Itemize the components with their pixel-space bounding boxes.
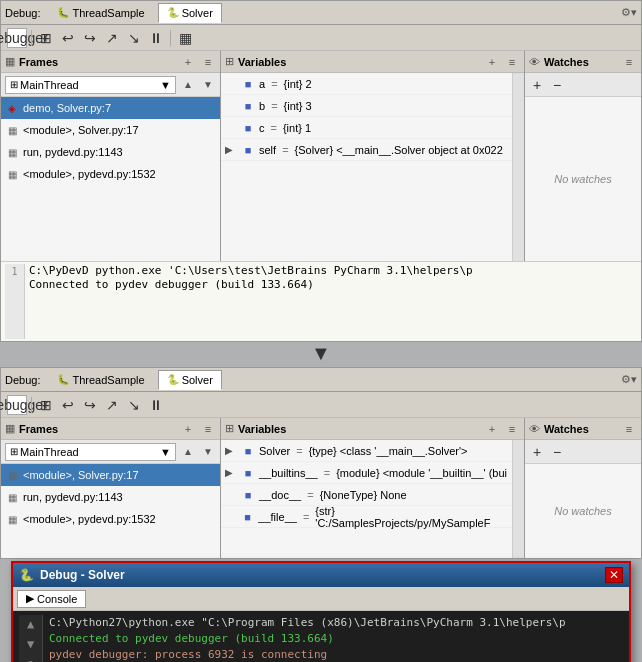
frames-settings-btn[interactable]: ≡ — [200, 54, 216, 70]
frame-item-bottom-2[interactable]: ▦ <module>, pydevd.py:1532 — [1, 508, 220, 530]
frame-up-btn-bottom[interactable]: ▲ — [180, 444, 196, 460]
console-area-top: 1 C:\PyDevD python.exe 'C:\Users\test\Je… — [1, 261, 641, 341]
frames-expand-btn-bottom[interactable]: + — [180, 421, 196, 437]
toolbar-step-out-bottom[interactable]: ↗ — [102, 395, 122, 415]
dialog-close-btn[interactable]: ✕ — [605, 567, 623, 583]
panels-row-bottom: ▦ Frames + ≡ ⊞ MainThread ▼ ▲ ▼ ▦ <modul… — [1, 418, 641, 558]
frame-down-btn-bottom[interactable]: ▼ — [200, 444, 216, 460]
dialog-title-icon: 🐍 — [19, 568, 34, 582]
toolbar-sep-2 — [170, 30, 171, 46]
tab-solver-label-bottom: Solver — [182, 374, 213, 386]
var-item-c[interactable]: ■ c = {int} 1 — [221, 117, 512, 139]
frame-demo-icon: ◈ — [5, 101, 19, 115]
tab-solver-top[interactable]: 🐍 Solver — [158, 3, 222, 23]
toolbar-frames-btn-bottom[interactable]: ⊞ — [36, 395, 56, 415]
vars-header-top: ⊞ Variables + ≡ — [221, 51, 524, 73]
vars-settings-btn[interactable]: ≡ — [504, 54, 520, 70]
frames-header-top: ▦ Frames + ≡ — [1, 51, 220, 73]
vars-scrollbar-bottom[interactable] — [512, 440, 524, 558]
tab-threadsample-bottom[interactable]: 🐛 ThreadSample — [48, 370, 153, 390]
settings-btn-bottom[interactable]: ⚙▾ — [621, 372, 637, 388]
var-item-builtins[interactable]: ▶ ■ __builtins__ = {module} <module '__b… — [221, 462, 512, 484]
var-name-a: a — [259, 78, 265, 90]
vars-scrollbar-top[interactable] — [512, 73, 524, 261]
thread-dropdown-top[interactable]: ⊞ MainThread ▼ — [5, 76, 176, 94]
watches-settings-btn[interactable]: ≡ — [621, 54, 637, 70]
gutter-icon-down[interactable]: ▼ — [27, 637, 34, 651]
frame-up-btn[interactable]: ▲ — [180, 77, 196, 93]
vars-list-top: ■ a = {int} 2 ■ b = {int} 3 ■ — [221, 73, 512, 261]
frame-item-3[interactable]: ▦ <module>, pydevd.py:1532 — [1, 163, 220, 185]
vars-expand-btn-bottom[interactable]: + — [484, 421, 500, 437]
frames-list-bottom: ▦ <module>, Solver.py:17 ▦ run, pydevd.p… — [1, 464, 220, 558]
var-item-file[interactable]: ■ __file__ = {str} 'C:/SamplesProjects/p… — [221, 506, 512, 528]
var-item-self[interactable]: ▶ ■ self = {Solver} <__main__.Solver obj… — [221, 139, 512, 161]
var-icon-file: ■ — [241, 511, 255, 523]
watches-header-bottom: 👁 Watches ≡ — [525, 418, 641, 440]
var-item-doc[interactable]: ■ __doc__ = {NoneType} None — [221, 484, 512, 506]
toolbar-frames-btn[interactable]: ⊞ — [36, 28, 56, 48]
debug-label-bottom: Debug: — [5, 374, 40, 386]
tab-solver-bottom[interactable]: 🐍 Solver — [158, 370, 222, 390]
toolbar-step-over-bottom[interactable]: ↩ — [58, 395, 78, 415]
toolbar-pause-bottom[interactable]: ⏸ — [146, 395, 166, 415]
frames-expand-btn[interactable]: + — [180, 54, 196, 70]
thread-name-bottom: MainThread — [20, 446, 79, 458]
frames-title-bottom: Frames — [19, 423, 176, 435]
var-val-Solver: {type} <class '__main__.Solver'> — [309, 445, 468, 457]
frame-item-bottom-1[interactable]: ▦ run, pydevd.py:1143 — [1, 486, 220, 508]
var-name-builtins: __builtins__ — [259, 467, 318, 479]
toolbar-run-cursor-bottom[interactable]: ↘ — [124, 395, 144, 415]
panels-row-top: ▦ Frames + ≡ ⊞ MainThread ▼ ▲ ▼ ◈ demo, … — [1, 51, 641, 261]
watches-remove-btn-top[interactable]: − — [549, 77, 565, 93]
toolbar-run-cursor[interactable]: ↘ — [124, 28, 144, 48]
vars-settings-btn-bottom[interactable]: ≡ — [504, 421, 520, 437]
vars-expand-btn[interactable]: + — [484, 54, 500, 70]
toolbar-console-btn[interactable]: ▦ — [175, 28, 195, 48]
gutter-icon-up[interactable]: ▲ — [27, 617, 34, 631]
top-ide-panel: Debug: 🐛 ThreadSample 🐍 Solver ⚙▾ Debugg… — [0, 0, 642, 342]
frame-item-bottom-0[interactable]: ▦ <module>, Solver.py:17 — [1, 464, 220, 486]
watches-panel-bottom: 👁 Watches ≡ + − No watches — [525, 418, 641, 558]
watches-add-btn-bottom[interactable]: + — [529, 444, 545, 460]
var-eq-self: = — [282, 144, 288, 156]
toolbar-step-into-bottom[interactable]: ↪ — [80, 395, 100, 415]
var-icon-doc: ■ — [241, 489, 255, 501]
var-item-a[interactable]: ■ a = {int} 2 — [221, 73, 512, 95]
var-expand-self[interactable]: ▶ — [225, 144, 237, 155]
watches-header-top: 👁 Watches ≡ — [525, 51, 641, 73]
frame-label-1: <module>, Solver.py:17 — [23, 124, 139, 136]
var-eq-doc: = — [307, 489, 313, 501]
variables-panel-bottom: ⊞ Variables + ≡ ▶ ■ Solver = {type} <cla… — [221, 418, 525, 558]
toolbar-step-over[interactable]: ↩ — [58, 28, 78, 48]
debug-toolbar-bottom: Debug: 🐛 ThreadSample 🐍 Solver ⚙▾ — [1, 368, 641, 392]
debugger-tab-btn-bottom[interactable]: Debugger — [7, 395, 27, 415]
console-tab[interactable]: ▶ Console — [17, 590, 86, 608]
var-expand-builtins[interactable]: ▶ — [225, 467, 237, 478]
gutter-icon-minus[interactable]: ⊝ — [27, 657, 34, 662]
var-icon-c: ■ — [241, 122, 255, 134]
watches-add-btn-top[interactable]: + — [529, 77, 545, 93]
frame-module-icon-3: ▦ — [5, 167, 19, 181]
tab-threadsample-top[interactable]: 🐛 ThreadSample — [48, 3, 153, 23]
frames-subheader-top: ⊞ MainThread ▼ ▲ ▼ — [1, 73, 220, 97]
frames-settings-btn-bottom[interactable]: ≡ — [200, 421, 216, 437]
var-name-doc: __doc__ — [259, 489, 301, 501]
thread-dropdown-bottom[interactable]: ⊞ MainThread ▼ — [5, 443, 176, 461]
debugger-tab-btn[interactable]: Debugger — [7, 28, 27, 48]
watches-settings-btn-bottom[interactable]: ≡ — [621, 421, 637, 437]
settings-btn-top[interactable]: ⚙▾ — [621, 5, 637, 21]
console-tab-icon: ▶ — [26, 592, 34, 605]
frame-label-bottom-0: <module>, Solver.py:17 — [23, 469, 139, 481]
toolbar-step-out[interactable]: ↗ — [102, 28, 122, 48]
frame-item-0[interactable]: ◈ demo, Solver.py:7 — [1, 97, 220, 119]
var-item-Solver[interactable]: ▶ ■ Solver = {type} <class '__main__.Sol… — [221, 440, 512, 462]
toolbar-step-into[interactable]: ↪ — [80, 28, 100, 48]
var-expand-Solver[interactable]: ▶ — [225, 445, 237, 456]
frame-item-2[interactable]: ▦ run, pydevd.py:1143 — [1, 141, 220, 163]
frame-item-1[interactable]: ▦ <module>, Solver.py:17 — [1, 119, 220, 141]
watches-remove-btn-bottom[interactable]: − — [549, 444, 565, 460]
toolbar-pause[interactable]: ⏸ — [146, 28, 166, 48]
var-item-b[interactable]: ■ b = {int} 3 — [221, 95, 512, 117]
frame-down-btn[interactable]: ▼ — [200, 77, 216, 93]
